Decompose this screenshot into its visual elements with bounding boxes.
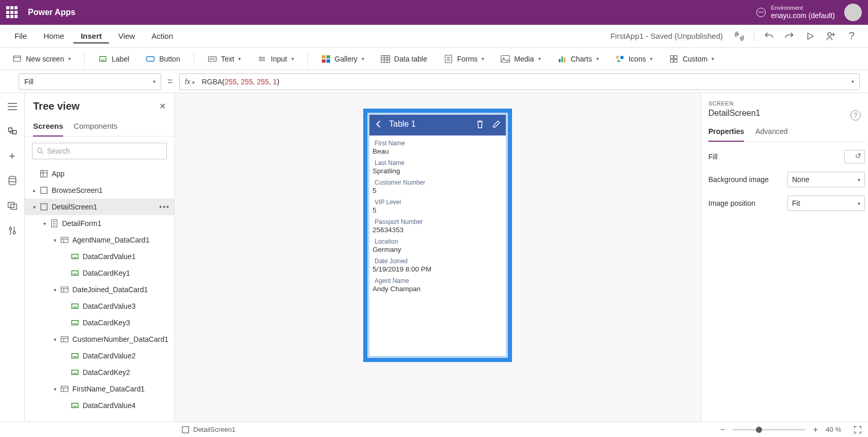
menu-file[interactable]: File (7, 28, 34, 43)
env-label: Environment (771, 5, 835, 11)
custom-button[interactable]: Custom ▾ (664, 51, 719, 67)
data-icon[interactable] (6, 175, 19, 187)
property-selector[interactable]: Fill ▾ (19, 73, 161, 90)
phone-preview[interactable]: Table 1 First NameBeauLast NameSpratling… (363, 109, 512, 362)
gallery-button[interactable]: Gallery ▾ (316, 51, 369, 67)
icons-button[interactable]: Icons ▾ (610, 51, 658, 67)
tab-screens[interactable]: Screens (33, 118, 63, 137)
charts-button[interactable]: Charts ▾ (552, 51, 604, 67)
svg-rect-21 (381, 55, 390, 62)
label-leaf-icon (70, 302, 80, 311)
tree-node-dck1[interactable]: DataCardKey1 (25, 265, 174, 281)
waffle-icon[interactable] (6, 6, 19, 19)
hamburger-icon[interactable] (6, 100, 19, 113)
data-card[interactable]: Passport Number25634353 (371, 216, 504, 236)
breadcrumb[interactable]: DetailScreen1 (182, 426, 236, 433)
tree-node-datejoined-card[interactable]: ▾ DateJoined_DataCard1 (25, 281, 174, 298)
fill-color-swatch[interactable] (844, 150, 865, 163)
edit-icon[interactable] (490, 118, 503, 130)
forms-icon (444, 54, 453, 64)
tree-node-dcv2[interactable]: DataCardValue2 (25, 348, 174, 364)
tab-components[interactable]: Components (73, 118, 117, 136)
svg-rect-20 (326, 59, 330, 62)
more-options-icon[interactable]: ••• (159, 203, 170, 211)
app-checker-icon[interactable] (730, 27, 749, 46)
tree-node-agentname-card[interactable]: ▾ AgentName_DataCard1 (25, 232, 174, 248)
svg-rect-10 (147, 56, 154, 61)
imgpos-select[interactable]: Fit▾ (787, 195, 865, 211)
bgimage-select[interactable]: None▾ (787, 172, 865, 187)
advanced-tools-icon[interactable] (6, 224, 19, 237)
datacard-icon (60, 384, 69, 394)
fit-to-window-icon[interactable] (854, 426, 862, 434)
zoom-controls: − + 40 % (717, 425, 862, 435)
delete-icon[interactable] (474, 118, 486, 130)
environment-picker[interactable]: Environment enayu.com (default) (756, 5, 835, 20)
canvas-area[interactable]: Table 1 First NameBeauLast NameSpratling… (175, 93, 701, 421)
data-card[interactable]: Customer Number5 (371, 177, 504, 197)
menu-home[interactable]: Home (36, 28, 71, 43)
tree-node-browse-screen[interactable]: ▸ BrowseScreen1 (25, 182, 174, 199)
tab-advanced[interactable]: Advanced (755, 124, 787, 141)
media-button[interactable]: Media ▾ (495, 51, 546, 67)
tree-node-customernumber-card[interactable]: ▾ CustomerNumber_DataCard1 (25, 331, 174, 348)
close-icon[interactable]: ✕ (159, 101, 166, 111)
input-button[interactable]: Input ▾ (252, 51, 299, 67)
field-label: Date Joined (373, 258, 503, 265)
tree-node-dcv4[interactable]: DataCardValue4 (25, 397, 174, 414)
data-table-button[interactable]: Data table (376, 51, 432, 67)
media-icon (501, 54, 510, 64)
tree-node-dcv1[interactable]: DataCardValue1 (25, 248, 174, 265)
zoom-slider[interactable] (733, 429, 805, 430)
data-card[interactable]: First NameBeau (371, 138, 504, 157)
formula-input[interactable]: fx▾ RGBA(255, 255, 255, 1) ▾ (179, 73, 860, 90)
left-rail: + (0, 93, 25, 421)
text-button[interactable]: abc Text ▾ (203, 51, 246, 67)
tree-node-dck2[interactable]: DataCardKey2 (25, 364, 174, 381)
share-icon[interactable] (822, 27, 840, 46)
data-card[interactable]: Date Joined5/19/2019 8:00 PM (371, 255, 504, 275)
play-icon[interactable] (801, 27, 819, 46)
label-button[interactable]: Label (93, 51, 134, 67)
tree-node-detail-screen[interactable]: ▾ DetailScreen1 ••• (25, 199, 174, 215)
chevron-right-icon[interactable]: ▸ (30, 188, 38, 193)
button-button[interactable]: Button (141, 51, 185, 67)
data-card[interactable]: Last NameSpratling (371, 157, 504, 177)
menu-view[interactable]: View (111, 28, 142, 43)
tree-node-firstname-card[interactable]: ▾ FirstName_DataCard1 (25, 381, 174, 397)
phone-header: Table 1 (367, 113, 508, 135)
svg-rect-40 (671, 59, 674, 62)
data-card[interactable]: Agent NameAndy Champan (371, 275, 504, 295)
menu-action[interactable]: Action (144, 28, 180, 43)
svg-rect-32 (559, 59, 560, 62)
user-avatar[interactable] (844, 4, 862, 21)
insert-icon[interactable]: + (6, 150, 19, 162)
new-screen-button[interactable]: New screen ▾ (7, 51, 76, 67)
tab-properties[interactable]: Properties (708, 124, 744, 142)
tree-node-dcv3[interactable]: DataCardValue3 (25, 298, 174, 314)
menu-insert[interactable]: Insert (73, 28, 109, 43)
back-icon[interactable] (373, 118, 385, 130)
redo-icon[interactable] (780, 27, 799, 46)
zoom-in-button[interactable]: + (810, 425, 820, 435)
tree-node-detail-form[interactable]: ▾ DetailForm1 (25, 215, 174, 232)
svg-point-0 (737, 33, 739, 35)
media-rail-icon[interactable] (6, 200, 19, 212)
tree-node-dck3[interactable]: DataCardKey3 (25, 314, 174, 331)
chevron-down-icon[interactable]: ▾ (851, 79, 854, 84)
chevron-down-icon[interactable]: ▾ (30, 204, 38, 210)
chevron-down-icon[interactable]: ▾ (40, 221, 49, 227)
search-input[interactable]: Search (32, 143, 167, 159)
svg-rect-65 (61, 237, 68, 243)
data-card[interactable]: VIP Level5 (371, 197, 504, 216)
tree-view-icon[interactable] (6, 125, 19, 138)
info-icon[interactable]: ? (850, 110, 861, 120)
help-icon[interactable]: ? (842, 27, 861, 46)
label-leaf-icon (70, 368, 80, 377)
data-card[interactable]: LocationGermany (371, 236, 504, 255)
forms-button[interactable]: Forms ▾ (439, 51, 490, 67)
undo-icon[interactable] (760, 27, 778, 46)
tree-node-app[interactable]: App (25, 165, 174, 182)
field-label: Agent Name (373, 277, 503, 284)
zoom-out-button[interactable]: − (717, 425, 727, 435)
